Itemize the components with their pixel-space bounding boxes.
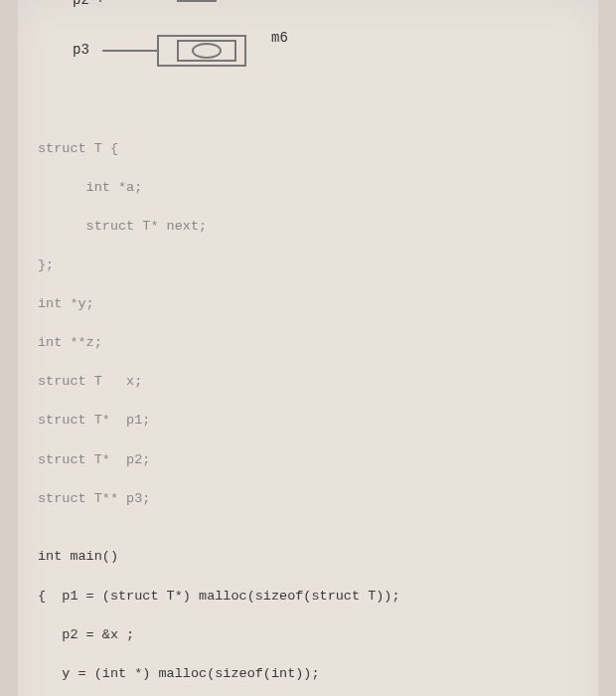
code-line: struct T** p3; bbox=[38, 489, 578, 509]
diagram-label-m6: m6 bbox=[271, 30, 288, 46]
code-line: struct T* next; bbox=[38, 217, 578, 237]
code-line: y = (int *) malloc(sizeof(int)); bbox=[38, 664, 578, 684]
code-line: struct T* p2; bbox=[38, 450, 578, 470]
page-paper: p2 p3 m6 struct T { int *a; struct T* ne… bbox=[18, 0, 598, 696]
diagram-label-p3: p3 bbox=[73, 42, 89, 58]
code-line: p2 = &x ; bbox=[38, 625, 578, 645]
code-block: struct T { int *a; struct T* next; }; in… bbox=[38, 119, 578, 696]
code-line: }; bbox=[38, 256, 578, 275]
pointer-diagram: p2 p3 m6 bbox=[38, 0, 578, 80]
code-line: int main() bbox=[38, 547, 578, 567]
code-line: int *a; bbox=[38, 178, 578, 198]
code-line: { p1 = (struct T*) malloc(sizeof(struct … bbox=[38, 587, 578, 607]
diagram-circle bbox=[192, 43, 222, 59]
code-line: struct T x; bbox=[38, 372, 578, 392]
diagram-label-p2: p2 bbox=[73, 0, 89, 8]
diagram-box bbox=[177, 0, 217, 2]
code-line: int *y; bbox=[38, 294, 578, 314]
diagram-line bbox=[99, 0, 101, 2]
code-line: int **z; bbox=[38, 333, 578, 353]
code-line: struct T { bbox=[38, 139, 578, 159]
diagram-line bbox=[102, 50, 157, 52]
code-line: struct T* p1; bbox=[38, 411, 578, 431]
